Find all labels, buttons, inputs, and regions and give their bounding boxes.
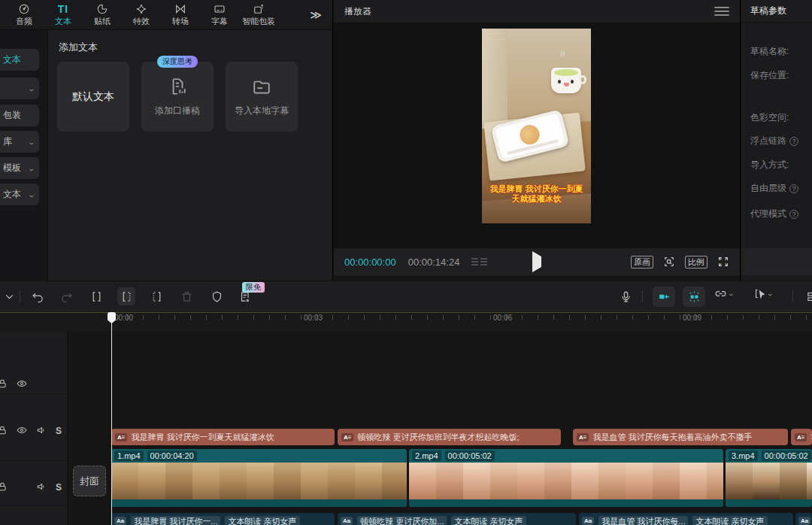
- text-segment-label: 我是血管 我讨厌你每天抱着高油外卖不撒手: [592, 432, 752, 443]
- ratio-button[interactable]: 比例: [685, 256, 707, 269]
- param-label: 草稿名称:: [750, 45, 789, 58]
- param-label: 导入方式:: [750, 159, 789, 171]
- side-rail-item-包装[interactable]: 包装: [0, 105, 39, 126]
- preview-quality-icon[interactable]: [471, 258, 487, 266]
- toolbar-item-label: 文本: [55, 16, 71, 27]
- text-segment[interactable]: A≡我是脾胃 我讨厌你一到夏天就猛灌冰饮: [111, 429, 335, 445]
- video-thumbnail: [192, 463, 220, 499]
- ruler-tick: [190, 315, 191, 320]
- toolbar-item-文本[interactable]: TI文本: [44, 0, 83, 30]
- mic-icon[interactable]: [617, 287, 635, 305]
- side-rail-item-模板[interactable]: 模板⌄: [0, 157, 39, 179]
- help-icon[interactable]: ?: [789, 210, 798, 219]
- undo-icon[interactable]: [29, 287, 47, 305]
- side-rail-item-1[interactable]: ⌄: [0, 77, 39, 99]
- ruler-label: 00:06: [493, 314, 512, 322]
- text-track-lock-icon[interactable]: [0, 378, 8, 389]
- video-track-lock-icon[interactable]: [0, 425, 8, 435]
- text-segment[interactable]: A≡顿顿吃辣 更讨厌你加班到半夜才想起吃晚饭;: [338, 429, 561, 445]
- playhead-line[interactable]: [111, 312, 112, 525]
- redo-icon[interactable]: [57, 287, 75, 305]
- audio-track-lock-icon[interactable]: [0, 481, 8, 492]
- side-rail-item-文本[interactable]: 文本⌄: [0, 184, 39, 205]
- video-track-visibility-icon[interactable]: [17, 425, 27, 435]
- text-panel-content: 添加文本 默认文本深度思考添加口播稿导入本地字幕: [48, 30, 332, 281]
- side-rail: 文本⌄包装库⌄模板⌄文本⌄: [0, 30, 48, 281]
- video-thumbnails: [111, 463, 407, 499]
- magnet-icon[interactable]: [683, 287, 705, 307]
- shield-icon[interactable]: [208, 287, 226, 305]
- chevron-down-icon[interactable]: [0, 287, 18, 305]
- ruler-tick: [648, 315, 649, 320]
- select-tool-dropdown[interactable]: ⌄: [753, 287, 773, 300]
- audio-icon: [18, 2, 30, 15]
- video-preview[interactable]: ≈ 我是脾胃 我讨厌你一到夏 天就猛灌冰饮: [482, 29, 591, 223]
- player-stage: ≈ 我是脾胃 我讨厌你一到夏 天就猛灌冰饮: [334, 23, 740, 248]
- text-segment[interactable]: A≡我是血管 我讨厌你每天抱着高油外卖不撒手: [573, 429, 788, 445]
- param-代理模式: 代理模式?: [750, 208, 798, 220]
- help-icon[interactable]: ?: [789, 137, 798, 146]
- ruler-tick: [332, 315, 333, 320]
- text-track-visibility-icon[interactable]: [17, 378, 27, 389]
- audio-voice-label: 文本朗读 亲切女声: [451, 516, 526, 525]
- toolbar-item-特效[interactable]: 特效: [122, 0, 161, 30]
- ruler-tick: [253, 315, 254, 320]
- split-icon[interactable]: [87, 287, 105, 305]
- video-track-solo-button[interactable]: S: [56, 426, 62, 436]
- param-label: 色彩空间:: [750, 111, 789, 124]
- timeline-ruler[interactable]: 00:0000:0300:0600:09: [0, 312, 812, 332]
- side-rail-item-库[interactable]: 库⌄: [0, 131, 39, 153]
- video-thumbnail: [598, 463, 626, 499]
- card-label: 导入本地字幕: [235, 105, 289, 117]
- audio-segment-header: Aa我: [795, 515, 812, 525]
- expand-toolbar-button[interactable]: ≫: [302, 8, 328, 22]
- audio-track-mute-icon[interactable]: [36, 481, 47, 492]
- split-right-icon[interactable]: [147, 287, 165, 305]
- text-segment[interactable]: A≡我: [791, 429, 812, 445]
- card-添加口播稿[interactable]: 深度思考添加口播稿: [141, 62, 214, 132]
- video-segment[interactable]: 1.mp400:00:04:20: [111, 449, 407, 507]
- side-rail-item-文本[interactable]: 文本: [0, 49, 39, 71]
- card-默认文本[interactable]: 默认文本: [57, 62, 129, 132]
- toolbar-item-字幕[interactable]: 字幕: [200, 0, 239, 30]
- rail-item-label: 文本: [3, 188, 21, 201]
- ruler-tick: [238, 315, 238, 320]
- video-segment[interactable]: 3.mp400:00:05:02: [726, 449, 812, 507]
- toolbar-item-label: 贴纸: [94, 16, 111, 27]
- play-button[interactable]: [532, 256, 541, 267]
- snap-icon[interactable]: [653, 287, 675, 307]
- player-menu-icon[interactable]: [714, 5, 729, 18]
- link-dropdown[interactable]: ⌄: [714, 287, 734, 300]
- audio-voice-label: 文本朗读 亲切女声: [692, 516, 767, 525]
- audio-track-solo-button[interactable]: S: [56, 482, 62, 493]
- toolbar-item-转场[interactable]: 转场: [161, 0, 200, 30]
- video-thumbnail: [726, 463, 753, 499]
- video-segment[interactable]: 2.mp400:00:05:02: [409, 449, 723, 507]
- help-icon[interactable]: ?: [789, 184, 798, 193]
- track-height-icon[interactable]: [803, 287, 812, 305]
- video-segment-header: 1.mp400:00:04:20: [111, 449, 407, 463]
- video-track-mute-icon[interactable]: [36, 425, 47, 435]
- original-quality-button[interactable]: 原画: [631, 256, 653, 269]
- audio-segment[interactable]: Aa顿顿吃辣 更讨厌你加...文本朗读 亲切女声: [338, 513, 576, 525]
- player-header: 播放器: [334, 0, 740, 23]
- audio-segment[interactable]: Aa我: [795, 513, 812, 525]
- ruler-tick: [427, 315, 428, 320]
- toolbar-item-音频[interactable]: 音频: [5, 0, 44, 30]
- magnifier-icon[interactable]: [663, 256, 675, 268]
- toolbar-item-贴纸[interactable]: 贴纸: [83, 0, 122, 30]
- ruler-tick: [538, 315, 538, 320]
- fullscreen-icon[interactable]: [717, 256, 729, 268]
- cover-button[interactable]: 封面: [73, 466, 106, 496]
- current-time: 00:00:00:00: [344, 256, 396, 268]
- audio-segment[interactable]: Aa我是血管 我讨厌你每...文本朗读 亲切女声: [579, 513, 793, 525]
- trash-icon[interactable]: [177, 287, 195, 305]
- ruler-tick: [601, 315, 601, 320]
- card-导入本地字幕[interactable]: 导入本地字幕: [226, 62, 298, 132]
- video-segment-header: 2.mp400:00:05:02: [409, 449, 723, 463]
- video-thumbnail: [680, 463, 707, 499]
- split-left-icon[interactable]: [117, 287, 135, 305]
- toolbar-item-智能包装[interactable]: 智能包装: [239, 0, 278, 30]
- audio-segment[interactable]: Aa我是脾胃 我讨厌你一...文本朗读 亲切女声: [111, 513, 335, 525]
- toolbar-item-label: 智能包装: [242, 16, 275, 27]
